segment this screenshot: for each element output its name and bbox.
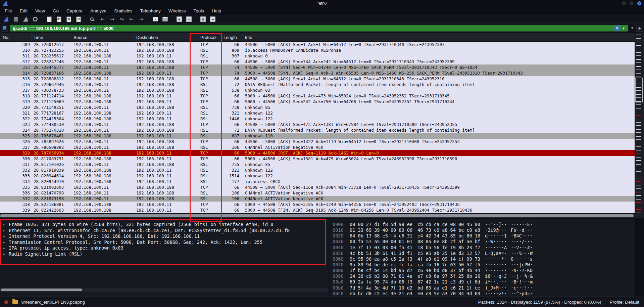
expand-arrow-icon[interactable]: ▸ [3,239,5,246]
pane-splitter[interactable]: ⋮ [328,219,331,297]
expand-arrow-icon[interactable]: ▸ [3,251,5,257]
packet-row-315[interactable]: 31528.728888812192.168.100.11192.168.100… [0,76,635,82]
hex-row-0060[interactable]: 00609c 95 90 ea a8 c5 2a f34f a0 d1 09 f… [331,256,635,262]
packet-row-338[interactable]: 33828.822186881192.168.100.188192.168.10… [0,202,635,207]
packet-row-337[interactable]: 33728.821873198192.168.100.11192.168.100… [0,196,635,202]
add-filter-button-plus[interactable]: + [636,25,643,32]
packet-row-328[interactable]: 32828.787059934192.168.100.188192.168.10… [0,150,635,156]
hex-row-0070[interactable]: 00709a 89 94 be de ec fc faca fb 16 7c 6… [331,262,635,268]
packet-row-317[interactable]: 31728.730378733192.168.100.11192.168.100… [0,87,635,93]
hex-row-00b0[interactable]: 00b07d 5f 4a 3e 4d 7f 10 d2bd 63 aa e1 c… [331,285,635,291]
open-capture-file-icon[interactable] [45,15,54,23]
column-header-info[interactable]: Info [243,33,635,41]
detail-line-5[interactable]: ▸Radio Signalling Link (RSL) [0,251,328,257]
filter-dropdown-icon[interactable]: ▼ [622,27,625,30]
minimize-button[interactable]: − [622,1,626,5]
menu-help[interactable]: Help [212,8,221,13]
normal-size-icon[interactable]: ▤ [199,15,207,23]
packet-row-320[interactable]: 32028.771149251192.168.100.11192.168.100… [0,104,635,110]
expand-arrow-icon[interactable]: ▸ [3,233,5,239]
expert-info-icon[interactable] [4,300,8,304]
hex-row-0020[interactable]: 002064 0b 13 88 e5 f4 c6 31e4 42 34 43 8… [331,233,635,239]
packet-row-339[interactable]: 33928.822422663192.168.100.188192.168.10… [0,207,635,213]
packet-row-335[interactable]: 33528.821002603192.168.100.11192.168.100… [0,184,635,190]
packet-list-minimap-scrollbar[interactable] [635,33,644,218]
hex-row-0050[interactable]: 00504c bb 51 3b 61 41 3d f1c5 e5 ab 25 1… [331,251,635,256]
packet-list-hscrollbar[interactable] [0,214,634,218]
last-packet-icon[interactable]: ⇥ [137,15,146,23]
column-header-no[interactable]: No. [0,33,32,41]
profile-label[interactable]: Profile: Default [609,300,639,305]
detail-line-1[interactable]: ▸Ethernet II, Src: WistronInfoc_cb:ca:ce… [0,228,328,234]
go-to-packet-icon[interactable]: ↪ [117,15,126,23]
display-filter-input[interactable]: ip.addr == 192.168.100.188 && tcp.port =… [10,25,628,32]
start-capture-icon[interactable] [2,15,10,23]
packet-row-310[interactable]: 31028.727423255192.168.100.11192.168.100… [0,47,635,53]
go-forward-icon[interactable]: → [108,15,116,23]
zoom-in-icon[interactable]: + [175,15,184,23]
detail-line-3[interactable]: ▸Transmission Control Protocol, Src Port… [0,239,328,246]
packet-row-309[interactable]: 30928.726012617192.168.100.11192.168.100… [0,42,635,47]
reload-capture-file-icon[interactable]: ↺ [74,15,83,23]
hex-row-00a0[interactable]: 00a069 2a fa 95 74 db 06 f387 42 1c 21 c… [331,279,635,285]
restart-capture-icon[interactable] [21,15,30,23]
column-header-protocol[interactable]: Protocol [190,33,221,41]
packet-row-314[interactable]: 31428.728837166192.168.100.188192.168.10… [0,70,635,76]
auto-scroll-icon[interactable] [151,15,160,23]
packet-row-325[interactable]: 32528.785678461192.168.100.188192.168.10… [0,133,635,139]
minimap-viewport[interactable] [635,78,643,102]
clear-filter-icon[interactable]: ✕ [614,26,620,31]
packet-row-321[interactable]: 32128.771728167192.168.100.188192.168.10… [0,110,635,116]
menu-statistics[interactable]: Statistics [114,8,132,13]
filter-expression-caret[interactable]: ▼ [630,25,635,32]
packet-row-332[interactable]: 33228.817919839192.168.100.188192.168.10… [0,167,635,173]
menu-go[interactable]: Go [53,8,59,13]
menu-view[interactable]: View [35,8,45,13]
find-packet-icon[interactable] [88,15,97,23]
packet-row-324[interactable]: 32428.775270310192.168.100.11192.168.100… [0,127,635,133]
packet-row-319[interactable]: 31928.771125069192.168.100.188192.168.10… [0,99,635,104]
detail-line-0[interactable]: ▸Frame 1026: 321 bytes on wire (2568 bit… [0,222,328,228]
packet-row-330[interactable]: 33028.817083791192.168.100.188192.168.10… [0,156,635,162]
hex-row-0000[interactable]: 000008 00 27 d1 f8 5d 98 eecb cb ca ce 0… [331,222,635,227]
hex-row-0040[interactable]: 00401e 7f 17 03 03 00 fa 4118 b5 56 fe 1… [331,245,635,251]
go-back-icon[interactable]: ← [98,15,107,23]
packet-row-316[interactable]: 31628.729667946192.168.100.11192.168.100… [0,82,635,87]
menu-edit[interactable]: Edit [20,8,28,13]
menu-wireless[interactable]: Wireless [168,8,186,13]
column-header-length[interactable]: Length [221,33,243,41]
expand-arrow-icon[interactable]: ▸ [3,222,5,228]
packet-details-hscrollbar[interactable] [0,288,328,292]
close-capture-file-icon[interactable]: ✕ [64,15,73,23]
menu-analyze[interactable]: Analyze [90,8,106,13]
save-capture-file-icon[interactable]: 01 [55,15,63,23]
packet-row-312[interactable]: 31228.728247246192.168.100.11192.168.100… [0,59,635,64]
packet-row-326[interactable]: 32628.785897626192.168.100.11192.168.100… [0,139,635,144]
close-button[interactable]: ✕ [637,1,641,5]
detail-line-4[interactable]: ▸IPA protocol ip.access, type: unknown 0… [0,245,328,251]
menu-file[interactable]: File [5,8,12,13]
column-header-source[interactable]: Source [72,33,135,41]
expand-arrow-icon[interactable]: ▸ [3,228,5,234]
resize-columns-icon[interactable]: ⇿ [208,15,217,23]
menu-tools[interactable]: Tools [193,8,204,13]
packet-row-323[interactable]: 32328.774480530192.168.100.11192.168.100… [0,122,635,127]
detail-line-2[interactable]: ▸Internet Protocol Version 4, Src: 192.1… [0,233,328,239]
expand-arrow-icon[interactable]: ▸ [3,245,5,251]
column-header-time[interactable]: Time [32,33,72,41]
capture-options-gear-icon[interactable] [31,15,40,23]
menu-telephony[interactable]: Telephony [140,8,161,13]
colorize-packets-icon[interactable] [161,15,169,23]
packet-row-311[interactable]: 31128.728235617192.168.100.188192.168.10… [0,53,635,59]
packet-row-336[interactable]: 33628.821470798192.168.100.11192.168.100… [0,190,635,196]
packet-row-327[interactable]: 32728.786508892192.168.100.11192.168.100… [0,144,635,150]
maximize-button[interactable]: □ [630,1,634,5]
menu-capture[interactable]: Capture [66,8,83,13]
packet-row-318[interactable]: 31828.771124714192.168.100.188192.168.10… [0,93,635,99]
hex-row-0090[interactable]: 009024 36 c9 b3 08 71 81 4ae7 c9 6a 97 5… [331,273,635,279]
zoom-out-icon[interactable]: − [185,15,193,23]
filter-bookmark-button[interactable] [1,25,8,32]
hex-row-0080[interactable]: 00801f b8 cf b4 14 bd 95 d7c6 4e bd d8 3… [331,268,635,273]
column-header-destination[interactable]: Destination [135,33,190,41]
first-packet-icon[interactable]: ⇤ [127,15,136,23]
